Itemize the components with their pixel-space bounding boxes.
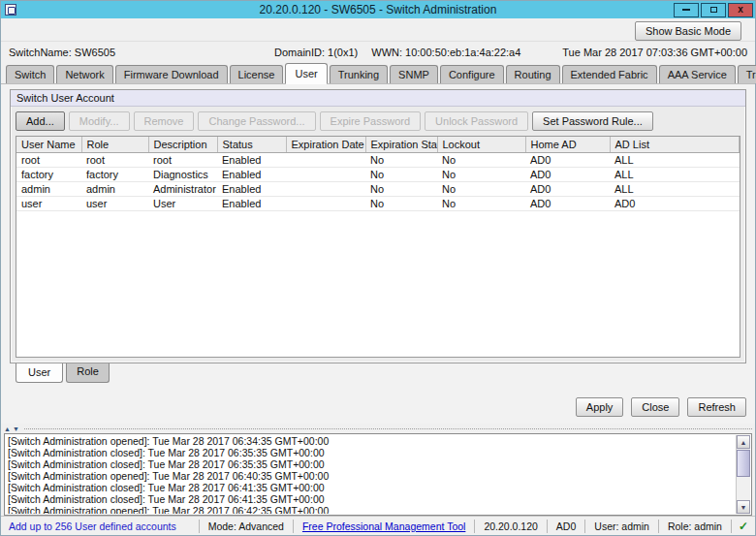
table-cell: Enabled (217, 181, 286, 196)
table-cell: ALL (610, 181, 740, 196)
user-table-body: rootrootrootEnabledNoNoAD0ALLfactoryfact… (16, 152, 740, 210)
log-line: [Switch Administration closed]: Tue Mar … (8, 482, 734, 493)
domain-id-label: DomainID: 1(0x1) (274, 47, 358, 58)
tab-trunking[interactable]: Trunking (330, 65, 388, 83)
user-table: User NameRoleDescriptionStatusExpiration… (16, 137, 740, 211)
tab-license[interactable]: License (230, 65, 284, 83)
sub-tab-strip: UserRole (10, 363, 746, 383)
scroll-thumb[interactable] (737, 450, 750, 477)
expire-password-button: Expire Password (320, 111, 422, 131)
subtab-role[interactable]: Role (66, 363, 110, 383)
event-log-panel[interactable]: [Switch Administration opened]: Tue Mar … (4, 433, 752, 516)
table-cell: No (437, 167, 525, 181)
table-row[interactable]: rootrootrootEnabledNoNoAD0ALL (16, 152, 740, 167)
action-buttons: ApplyCloseRefresh (10, 397, 746, 424)
subtab-user[interactable]: User (16, 363, 63, 383)
tab-extended-fabric[interactable]: Extended Fabric (562, 65, 657, 83)
modify-button: Modify... (69, 111, 130, 131)
table-cell: Enabled (217, 167, 286, 181)
title-bar: 20.20.0.120 - SW6505 - Switch Administra… (1, 1, 755, 18)
table-cell: user (16, 196, 81, 210)
table-row[interactable]: adminadminAdministratorEnabledNoNoAD0ALL (16, 181, 740, 196)
status-user: User: admin (584, 520, 658, 533)
group-title: Switch User Account (11, 90, 745, 107)
table-cell (286, 152, 365, 167)
column-header-expiration-date[interactable]: Expiration Date (286, 137, 365, 152)
table-cell: root (16, 152, 81, 167)
user-table-wrap: User NameRoleDescriptionStatusExpiration… (16, 136, 740, 358)
log-lines: [Switch Administration opened]: Tue Mar … (8, 435, 734, 514)
table-cell: Enabled (217, 152, 286, 167)
column-header-status[interactable]: Status (217, 137, 286, 152)
log-scrollbar[interactable]: ▲ ▼ (736, 435, 750, 514)
toolbar: Show Basic Mode (1, 18, 755, 42)
tab-firmware-download[interactable]: Firmware Download (115, 65, 228, 83)
switch-administration-window: 20.20.0.120 - SW6505 - Switch Administra… (0, 0, 756, 536)
table-cell: No (365, 167, 437, 181)
management-tool-link[interactable]: Free Professional Management Tool (293, 520, 474, 533)
apply-button[interactable]: Apply (576, 397, 624, 417)
close-button[interactable]: Close (631, 397, 679, 417)
tab-user[interactable]: User (285, 63, 327, 84)
splitter-expand-icon[interactable]: ▼ (13, 426, 19, 432)
status-ad: AD0 (547, 520, 584, 533)
tab-strip: SwitchNetworkFirmware DownloadLicenseUse… (1, 62, 755, 84)
table-cell: user (81, 196, 148, 210)
column-header-user-name[interactable]: User Name (16, 137, 81, 152)
table-row[interactable]: factoryfactoryDiagnosticsEnabledNoNoAD0A… (16, 167, 740, 181)
show-basic-mode-button[interactable]: Show Basic Mode (635, 21, 741, 41)
log-line: [Switch Administration closed]: Tue Mar … (8, 493, 734, 505)
log-line: [Switch Administration opened]: Tue Mar … (8, 470, 734, 482)
table-cell: Administrator (148, 181, 217, 196)
refresh-button[interactable]: Refresh (687, 397, 746, 417)
table-cell (286, 196, 365, 210)
group-body: Add...Modify...RemoveChange Password...E… (11, 107, 745, 363)
log-splitter[interactable]: ▲ ▼ (1, 424, 755, 433)
tab-routing[interactable]: Routing (506, 65, 560, 83)
column-header-lockout[interactable]: Lockout (437, 137, 525, 152)
wwn-label: WWN: 10:00:50:eb:1a:4a:22:a4 (371, 47, 520, 58)
column-header-ad-list[interactable]: AD List (610, 137, 740, 152)
status-ip: 20.20.0.120 (474, 520, 546, 533)
restore-icon (710, 7, 717, 13)
table-cell: root (148, 152, 217, 167)
table-row[interactable]: useruserUserEnabledNoNoAD0AD0 (16, 196, 740, 210)
table-cell: Enabled (217, 196, 286, 210)
table-cell: admin (81, 181, 148, 196)
table-cell (286, 181, 365, 196)
table-cell: AD0 (610, 196, 740, 210)
switch-user-account-group: Switch User Account Add...Modify...Remov… (10, 89, 746, 363)
column-header-role[interactable]: Role (81, 137, 148, 152)
status-hint: Add up to 256 User defined accounts (1, 520, 199, 532)
column-header-expiration-status[interactable]: Expiration Status (365, 137, 437, 152)
tab-configure[interactable]: Configure (440, 65, 504, 83)
column-header-home-ad[interactable]: Home AD (525, 137, 610, 152)
log-line: [Switch Administration closed]: Tue Mar … (8, 447, 734, 458)
column-header-description[interactable]: Description (148, 137, 217, 152)
scroll-down-button[interactable]: ▼ (737, 500, 750, 514)
minimize-icon (682, 9, 690, 11)
status-bar: Add up to 256 User defined accounts Mode… (1, 516, 755, 535)
tab-aaa-service[interactable]: AAA Service (659, 65, 736, 83)
tab-snmp[interactable]: SNMP (390, 65, 438, 83)
table-cell: Diagnostics (148, 167, 217, 181)
tab-network[interactable]: Network (56, 65, 112, 83)
close-button[interactable]: x (728, 3, 753, 17)
window-title: 20.20.0.120 - SW6505 - Switch Administra… (1, 3, 755, 16)
switch-name-label: SwitchName: SW6505 (9, 47, 115, 58)
scroll-up-button[interactable]: ▲ (737, 435, 750, 449)
table-cell: No (437, 181, 525, 196)
set-password-rule-button[interactable]: Set Password Rule... (532, 111, 653, 131)
tab-trace[interactable]: Trace (738, 65, 756, 83)
window-controls: x (672, 3, 753, 17)
table-cell: factory (81, 167, 148, 181)
user-tab-panel: Switch User Account Add...Modify...Remov… (1, 84, 755, 424)
minimize-button[interactable] (674, 3, 699, 17)
restore-button[interactable] (701, 3, 726, 17)
table-cell: factory (16, 167, 81, 181)
status-role: Role: admin (658, 520, 731, 533)
tab-switch[interactable]: Switch (6, 65, 54, 83)
table-cell: ALL (610, 152, 740, 167)
add-button[interactable]: Add... (16, 111, 65, 131)
splitter-collapse-icon[interactable]: ▲ (4, 426, 11, 432)
